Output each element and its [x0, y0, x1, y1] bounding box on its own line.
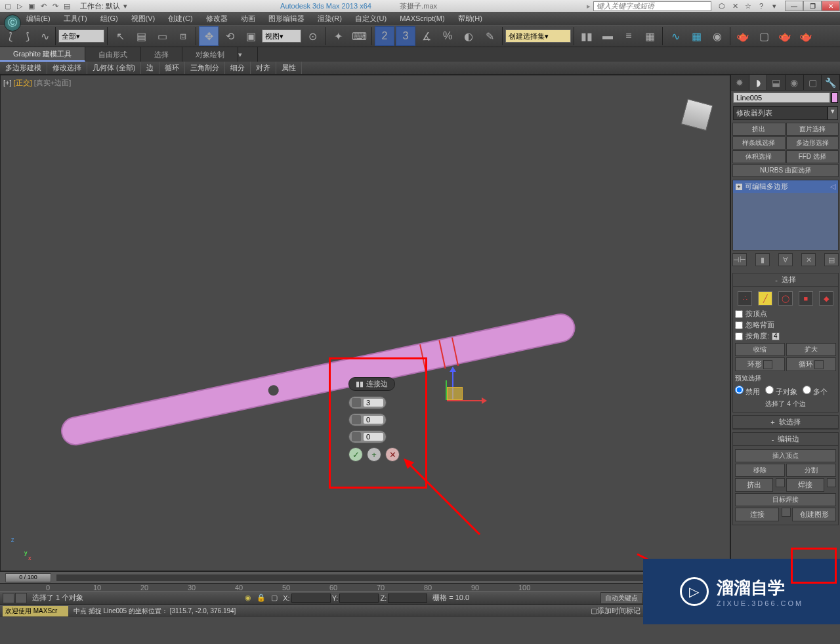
caddy-apply-button[interactable]: +: [367, 447, 381, 462]
y-coord-input[interactable]: [339, 594, 379, 603]
add-time-tag[interactable]: 添加时间标记: [597, 606, 640, 616]
bind-spacewarp-icon[interactable]: ∿: [37, 26, 52, 46]
split-button[interactable]: 分割: [786, 464, 836, 477]
subobj-element[interactable]: ◆: [819, 291, 833, 306]
time-slider-thumb[interactable]: 0 / 100: [5, 573, 51, 582]
workspace-label[interactable]: 工作台: 默认: [80, 1, 120, 11]
menu-help[interactable]: 帮助(H): [452, 14, 489, 24]
window-crossing-icon[interactable]: ⧈: [173, 26, 193, 46]
weld-settings-button[interactable]: [827, 478, 836, 487]
ref-coord-dropdown[interactable]: 视图 ▾: [262, 30, 301, 43]
ring-button[interactable]: 环形: [735, 357, 785, 371]
selection-lock-icon[interactable]: 🔒: [257, 594, 266, 602]
expand-icon[interactable]: +: [736, 184, 742, 190]
menu-animation[interactable]: 动画: [234, 14, 262, 24]
menu-graph-editors[interactable]: 图形编辑器: [262, 14, 311, 24]
time-tag-icon[interactable]: ▢: [591, 607, 597, 615]
connect-button[interactable]: 连接: [735, 508, 779, 521]
create-shape-button[interactable]: 创建图形: [792, 508, 836, 521]
redo-icon[interactable]: ↷: [50, 1, 60, 11]
preview-disable-radio[interactable]: [735, 386, 744, 394]
ribbon-expand-icon[interactable]: ▾: [238, 47, 258, 62]
tab-selection[interactable]: 选择: [141, 47, 182, 62]
curve-editor-icon[interactable]: ∿: [665, 26, 685, 46]
target-weld-button[interactable]: 目标焊接: [735, 493, 836, 506]
rollout-soft-sel-header[interactable]: +软选择: [733, 416, 838, 429]
angle-snap-icon[interactable]: ∡: [417, 26, 436, 46]
isolate-icon[interactable]: ◉: [245, 594, 251, 602]
gizmo-x-axis[interactable]: [447, 400, 486, 401]
mod-spline-sel[interactable]: 样条线选择: [732, 136, 786, 150]
modifier-list-dropdown[interactable]: 修改器列表 ▾: [733, 106, 838, 120]
layer-manager-icon[interactable]: ≡: [619, 26, 639, 46]
extrude-settings-button[interactable]: [776, 478, 785, 487]
insert-vertex-button[interactable]: 插入顶点: [735, 449, 836, 462]
use-center-icon[interactable]: ⊙: [303, 26, 322, 46]
grow-button[interactable]: 扩大: [786, 343, 836, 356]
stack-item-editable-poly[interactable]: + 可编辑多边形 ◁: [733, 180, 838, 193]
mod-nurbs-sel[interactable]: NURBS 曲面选择: [732, 164, 839, 177]
spinner-snap-icon[interactable]: ◐: [459, 26, 478, 46]
menu-modifiers[interactable]: 修改器: [200, 14, 234, 24]
menu-customize[interactable]: 自定义(U): [348, 14, 393, 24]
caddy-segments-spinner[interactable]: 3: [348, 396, 387, 409]
tab-create[interactable]: ✹: [731, 75, 749, 90]
subobj-edge[interactable]: ╱: [758, 291, 772, 306]
remove-mod-icon[interactable]: ✕: [801, 253, 816, 266]
render-iterative-icon[interactable]: 🫖: [796, 26, 816, 46]
ribbon-toggle-icon[interactable]: ▦: [640, 26, 660, 46]
lock-selection-icon[interactable]: [15, 593, 27, 603]
preview-subobj-radio[interactable]: [765, 386, 774, 394]
tab-freeform[interactable]: 自由形式: [85, 47, 141, 62]
tab-modify[interactable]: ◗: [749, 75, 768, 90]
tab-display[interactable]: ▢: [804, 75, 822, 90]
rollout-selection-header[interactable]: -选择: [733, 273, 838, 287]
mirror-icon[interactable]: ▮▮: [577, 26, 597, 46]
save-icon[interactable]: ▣: [26, 1, 37, 11]
rp-tri[interactable]: 三角剖分: [185, 62, 225, 74]
weld-button[interactable]: 焊接: [786, 478, 824, 492]
macro-recorder[interactable]: 欢迎使用 MAXScr: [3, 606, 68, 616]
render-setup-icon[interactable]: 🫖: [733, 26, 753, 46]
select-by-name-icon[interactable]: ▤: [131, 26, 151, 46]
mod-poly-sel[interactable]: 多边形选择: [786, 136, 839, 150]
unlink-icon[interactable]: ⟆: [20, 26, 35, 46]
pin-stack-icon[interactable]: ⊣⊢: [732, 253, 747, 266]
configure-sets-icon[interactable]: ▤: [824, 253, 839, 266]
tab-graphite[interactable]: Graphite 建模工具: [0, 47, 85, 62]
dropdown-arrow-icon[interactable]: ▾: [828, 106, 838, 120]
select-region-rect-icon[interactable]: ▭: [152, 26, 172, 46]
caddy-ok-button[interactable]: ✓: [348, 447, 363, 462]
move-gizmo[interactable]: [421, 367, 486, 433]
menu-group[interactable]: 组(G): [94, 14, 125, 24]
infocenter-icon[interactable]: ▸: [587, 2, 591, 10]
viewcube[interactable]: [677, 95, 717, 134]
subobj-polygon[interactable]: ■: [799, 291, 813, 306]
viewport-label[interactable]: [+] [正交] [真实+边面]: [3, 78, 71, 88]
mod-extrude[interactable]: 挤出: [732, 123, 786, 136]
subscription-icon[interactable]: ⬡: [717, 1, 727, 11]
rp-poly-model[interactable]: 多边形建模: [0, 62, 47, 74]
rp-loop[interactable]: 循环: [159, 62, 185, 74]
menu-rendering[interactable]: 渲染(R): [311, 14, 348, 24]
make-unique-icon[interactable]: ∀: [778, 253, 793, 266]
caddy-slide-spinner[interactable]: 0: [348, 430, 387, 443]
connect-settings-button[interactable]: [782, 508, 791, 517]
menu-edit[interactable]: 编辑(E): [20, 14, 57, 24]
select-object-icon[interactable]: ↖: [110, 26, 130, 46]
open-icon[interactable]: ▷: [14, 1, 25, 11]
subobj-vertex[interactable]: ∴: [738, 291, 752, 306]
material-editor-icon[interactable]: ◉: [707, 26, 727, 46]
caddy-pinch-spinner[interactable]: 0: [348, 413, 387, 426]
shrink-button[interactable]: 收缩: [735, 343, 785, 356]
ignore-backfacing-checkbox[interactable]: [735, 321, 743, 329]
by-angle-checkbox[interactable]: [735, 332, 743, 340]
help-dropdown-icon[interactable]: ▾: [769, 1, 780, 11]
tab-hierarchy[interactable]: ⬓: [767, 75, 786, 90]
modifier-stack[interactable]: + 可编辑多边形 ◁: [732, 180, 839, 251]
script-listener-icon[interactable]: [3, 593, 14, 603]
preview-multi-radio[interactable]: [803, 386, 811, 394]
rp-align[interactable]: 对齐: [251, 62, 276, 74]
visibility-icon[interactable]: ◁: [830, 182, 835, 191]
tab-motion[interactable]: ◉: [786, 75, 804, 90]
